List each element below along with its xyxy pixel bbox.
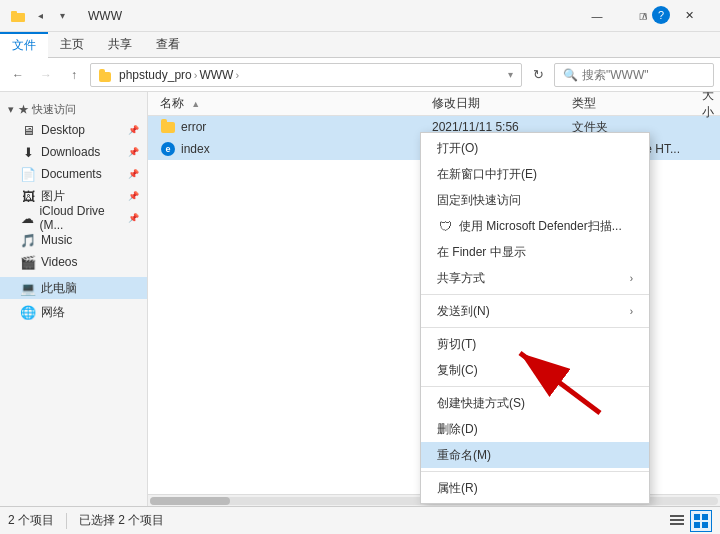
- quick-access-toolbar: ◂ ▾: [8, 6, 72, 26]
- close-button[interactable]: ✕: [666, 0, 712, 32]
- ctx-cut[interactable]: 剪切(T): [421, 331, 649, 357]
- path-dropdown-icon[interactable]: ▾: [508, 69, 513, 80]
- pin-icon-pictures: 📌: [128, 191, 139, 201]
- pin-icon-icloud: 📌: [128, 213, 139, 223]
- view-buttons: [666, 510, 712, 532]
- col-header-date[interactable]: 修改日期: [432, 95, 572, 112]
- svg-rect-7: [694, 514, 700, 520]
- file-list-header: 名称 ▲ 修改日期 类型 大小: [148, 92, 720, 116]
- search-input[interactable]: [582, 68, 720, 82]
- documents-icon: 📄: [20, 166, 36, 182]
- chevron-down-icon: ▾: [8, 103, 14, 116]
- svg-rect-5: [670, 519, 684, 521]
- ctx-copy[interactable]: 复制(C): [421, 357, 649, 383]
- address-bar[interactable]: phpstudy_pro › WWW › ▾: [90, 63, 522, 87]
- path-segment-1: phpstudy_pro: [119, 68, 192, 82]
- ctx-open[interactable]: 打开(O): [421, 135, 649, 161]
- sidebar-item-documents[interactable]: 📄 Documents 📌: [0, 163, 147, 185]
- pin-icon-downloads: 📌: [128, 147, 139, 157]
- address-path: phpstudy_pro › WWW ›: [119, 68, 504, 82]
- ribbon-tab-share[interactable]: 共享: [96, 32, 144, 58]
- ctx-separator-3: [421, 386, 649, 387]
- ctx-delete[interactable]: 删除(D): [421, 416, 649, 442]
- sidebar-item-this-pc[interactable]: 💻 此电脑: [0, 277, 147, 299]
- path-segment-2: WWW: [199, 68, 233, 82]
- edge-file-icon: e: [160, 141, 176, 157]
- svg-rect-0: [11, 13, 25, 22]
- collapse-ribbon-icon[interactable]: ∧: [641, 10, 648, 21]
- status-count: 2 个项目: [8, 512, 54, 529]
- sidebar-item-desktop[interactable]: 🖥 Desktop 📌: [0, 119, 147, 141]
- pin-icon-documents: 📌: [128, 169, 139, 179]
- sidebar: ▾ ★ 快速访问 🖥 Desktop 📌 ⬇ Downloads 📌 📄 Doc…: [0, 92, 148, 506]
- search-icon: 🔍: [563, 68, 578, 82]
- sendto-submenu-arrow: ›: [630, 306, 633, 317]
- icloud-icon: ☁: [20, 210, 34, 226]
- ribbon-tab-view[interactable]: 查看: [144, 32, 192, 58]
- qa-folder-icon[interactable]: [8, 6, 28, 26]
- ctx-separator-1: [421, 294, 649, 295]
- minimize-button[interactable]: —: [574, 0, 620, 32]
- svg-rect-4: [670, 515, 684, 517]
- title-bar: ◂ ▾ WWW — □ ✕ ∧ ?: [0, 0, 720, 32]
- main-layout: ▾ ★ 快速访问 🖥 Desktop 📌 ⬇ Downloads 📌 📄 Doc…: [0, 92, 720, 506]
- ctx-separator-4: [421, 471, 649, 472]
- ctx-rename[interactable]: 重命名(M): [421, 442, 649, 468]
- sidebar-item-videos[interactable]: 🎬 Videos: [0, 251, 147, 273]
- status-separator: [66, 513, 67, 529]
- refresh-button[interactable]: ↻: [526, 63, 550, 87]
- ribbon-tab-home[interactable]: 主页: [48, 32, 96, 58]
- search-box[interactable]: 🔍: [554, 63, 714, 87]
- desktop-icon: 🖥: [20, 122, 36, 138]
- view-btn-list[interactable]: [690, 510, 712, 532]
- col-header-name[interactable]: 名称 ▲: [152, 95, 432, 112]
- up-button[interactable]: ↑: [62, 63, 86, 87]
- forward-button[interactable]: →: [34, 63, 58, 87]
- music-icon: 🎵: [20, 232, 36, 248]
- ctx-properties[interactable]: 属性(R): [421, 475, 649, 501]
- sidebar-item-downloads[interactable]: ⬇ Downloads 📌: [0, 141, 147, 163]
- defender-icon: 🛡: [437, 218, 453, 234]
- help-button[interactable]: ?: [652, 6, 670, 24]
- back-button[interactable]: ←: [6, 63, 30, 87]
- svg-rect-9: [694, 522, 700, 528]
- pictures-icon: 🖼: [20, 188, 36, 204]
- context-menu: 打开(O) 在新窗口中打开(E) 固定到快速访问 🛡 使用 Microsoft …: [420, 132, 650, 504]
- ctx-create-shortcut[interactable]: 创建快捷方式(S): [421, 390, 649, 416]
- folder-icon-error: [160, 119, 176, 135]
- ctx-show-in-finder[interactable]: 在 Finder 中显示: [421, 239, 649, 265]
- title-text: WWW: [88, 9, 122, 23]
- sidebar-item-icloud[interactable]: ☁ iCloud Drive (M... 📌: [0, 207, 147, 229]
- videos-icon: 🎬: [20, 254, 36, 270]
- ctx-open-new-window[interactable]: 在新窗口中打开(E): [421, 161, 649, 187]
- address-bar-area: ← → ↑ phpstudy_pro › WWW › ▾ ↻ 🔍: [0, 58, 720, 92]
- sidebar-item-network[interactable]: 🌐 网络: [0, 301, 147, 323]
- qa-dropdown-icon[interactable]: ▾: [52, 6, 72, 26]
- svg-rect-6: [670, 523, 684, 525]
- svg-rect-8: [702, 514, 708, 520]
- ctx-separator-2: [421, 327, 649, 328]
- network-icon: 🌐: [20, 304, 36, 320]
- share-submenu-arrow: ›: [630, 273, 633, 284]
- sidebar-section-quick-access[interactable]: ▾ ★ 快速访问: [0, 96, 147, 119]
- ctx-pin-quick-access[interactable]: 固定到快速访问: [421, 187, 649, 213]
- status-selected: 已选择 2 个项目: [79, 512, 164, 529]
- ctx-send-to[interactable]: 发送到(N) ›: [421, 298, 649, 324]
- file-area: 名称 ▲ 修改日期 类型 大小 error 2021/11/11 5:56 文件…: [148, 92, 720, 506]
- qa-back-icon[interactable]: ◂: [30, 6, 50, 26]
- view-btn-details[interactable]: [666, 510, 688, 532]
- scrollbar-thumb[interactable]: [150, 497, 230, 505]
- col-header-size[interactable]: 大小: [702, 92, 716, 121]
- downloads-icon: ⬇: [20, 144, 36, 160]
- ribbon: 文件 主页 共享 查看: [0, 32, 720, 58]
- svg-rect-1: [11, 11, 17, 14]
- ctx-share-via[interactable]: 共享方式 ›: [421, 265, 649, 291]
- this-pc-icon: 💻: [20, 280, 36, 296]
- ctx-defender-scan[interactable]: 🛡 使用 Microsoft Defender扫描...: [421, 213, 649, 239]
- status-bar: 2 个项目 已选择 2 个项目: [0, 506, 720, 534]
- ribbon-tab-file[interactable]: 文件: [0, 32, 48, 58]
- pin-icon: 📌: [128, 125, 139, 135]
- sidebar-item-music[interactable]: 🎵 Music: [0, 229, 147, 251]
- col-header-type[interactable]: 类型: [572, 95, 702, 112]
- svg-rect-10: [702, 522, 708, 528]
